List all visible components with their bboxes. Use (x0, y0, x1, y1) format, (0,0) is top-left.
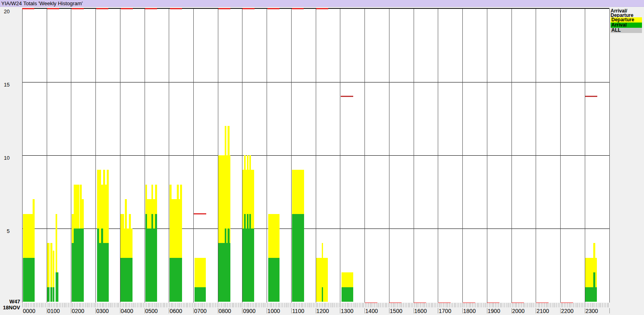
bar-segment-arrival (242, 229, 254, 302)
x-label-separator (536, 308, 536, 313)
x-tick-label: 0400 (118, 308, 136, 314)
column-divider (438, 9, 438, 303)
x-tick-label: 0800 (216, 308, 234, 314)
column-divider (609, 9, 610, 303)
x-label-separator (487, 308, 487, 313)
x-tick-label: 0600 (167, 308, 185, 314)
bar-segment-departure (33, 199, 35, 258)
x-label-separator (609, 308, 610, 313)
bar-segment-departure (120, 214, 124, 229)
x-label-separator (120, 308, 120, 313)
bar-segment-departure (218, 155, 230, 229)
column-divider (389, 9, 389, 303)
bar-segment-arrival (23, 258, 35, 302)
window-title: YIA/W24 Totals 'Weekly Histogram' (1, 0, 83, 6)
x-label-separator (414, 308, 414, 313)
column-divider (487, 9, 487, 303)
column-divider (511, 9, 512, 303)
date-label: 18NOV (0, 305, 20, 311)
bar-segment-departure (99, 229, 101, 243)
bar-segment-departure (82, 199, 84, 229)
column-divider (95, 9, 96, 303)
x-label-separator (267, 308, 267, 313)
bar-segment-arrival (50, 287, 52, 302)
capacity-limit-line (22, 8, 34, 9)
x-label-separator (47, 308, 47, 313)
bar-segment-departure (53, 251, 54, 287)
bar-segment-departure (248, 214, 249, 229)
column-divider (536, 9, 536, 303)
bar-segment-arrival (195, 287, 206, 302)
bar-segment-departure (292, 170, 304, 214)
capacity-limit-line (341, 96, 353, 97)
bar-segment-departure (151, 185, 153, 199)
x-tick-label: 0500 (143, 308, 160, 314)
x-label-separator (340, 308, 340, 313)
bar-segment-arrival (218, 243, 230, 302)
x-tick-label: 0000 (20, 308, 38, 314)
bar-segment-departure (242, 214, 244, 229)
x-tick-label: 1000 (265, 308, 283, 314)
x-tick-label: 1100 (289, 308, 307, 314)
bar-segment-arrival (53, 287, 54, 302)
capacity-limit-line (585, 96, 597, 97)
x-label-separator (145, 308, 145, 313)
legend-header: Arrival/ Departure (611, 9, 642, 17)
bar-segment-departure (103, 170, 105, 184)
capacity-limit-line (170, 8, 182, 9)
bar-segment-arrival (74, 229, 84, 302)
capacity-limit-line (96, 8, 108, 9)
y-tick-label: 5 (2, 228, 10, 234)
bar-segment-departure (228, 126, 230, 155)
capacity-limit-line (47, 8, 59, 9)
column-divider (291, 9, 292, 303)
histogram-plot-area (22, 8, 609, 303)
bar-segment-departure (249, 155, 251, 170)
x-label-separator (389, 308, 389, 313)
x-tick-label: 1500 (387, 308, 405, 314)
column-divider (193, 9, 194, 303)
capacity-limit-line (145, 8, 157, 9)
x-tick-label: 0200 (69, 308, 87, 314)
bar-segment-arrival (322, 287, 323, 302)
bar-segment-departure (246, 214, 247, 229)
y-tick-label: 10 (2, 155, 10, 161)
x-tick-label: 1200 (314, 308, 331, 314)
bar-segment-departure (593, 243, 595, 272)
y-tick-label: 15 (2, 82, 10, 88)
capacity-limit-line (194, 213, 206, 214)
window-title-bar[interactable]: YIA/W24 Totals 'Weekly Histogram' (0, 0, 644, 7)
bar-segment-departure (97, 170, 101, 184)
x-tick-label: 0300 (94, 308, 112, 314)
bar-segment-departure (50, 243, 52, 287)
bar-segment-departure (145, 199, 157, 214)
bar-segment-departure (225, 126, 226, 155)
x-tick-label: 2000 (509, 308, 527, 314)
week-label: W47 (0, 299, 20, 305)
bar-segment-arrival (97, 243, 109, 302)
column-divider (462, 9, 463, 303)
bar-segment-departure (177, 185, 179, 199)
column-divider (414, 9, 414, 303)
x-label-separator (438, 308, 438, 313)
x-tick-label: 2200 (559, 308, 576, 314)
x-tick-label: 1900 (485, 308, 503, 314)
bar-segment-departure (120, 229, 133, 258)
column-divider (145, 9, 145, 303)
bar-segment-departure (56, 214, 57, 273)
x-label-separator (511, 308, 512, 313)
bar-segment-departure (180, 185, 182, 199)
bar-segment-departure (242, 170, 254, 214)
x-tick-label: 2100 (534, 308, 552, 314)
x-label-separator (585, 308, 585, 313)
x-tick-label: 1800 (461, 308, 478, 314)
bar-segment-departure (125, 199, 127, 229)
bar-segment-departure (218, 229, 225, 243)
bar-segment-departure (322, 243, 323, 257)
bar-segment-arrival (342, 287, 353, 302)
bar-segment-departure (170, 199, 182, 258)
bar-segment-departure (74, 185, 79, 229)
x-tick-label: 1400 (363, 308, 381, 314)
bar-segment-departure (247, 155, 248, 170)
x-label-separator (291, 308, 292, 313)
